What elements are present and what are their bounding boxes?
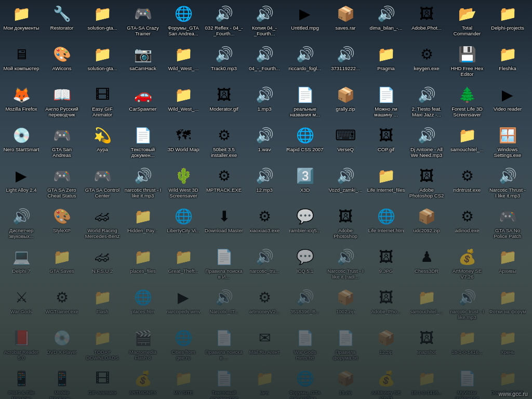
desktop-icon-14[interactable]: 🖥Мой компьютер <box>1 42 42 82</box>
icon-label: riccardo_fogl... <box>289 65 321 71</box>
desktop-icon-9[interactable]: 📦saves.rar <box>325 1 366 42</box>
folder-icon: 📁 <box>92 44 113 64</box>
desktop-icon-34[interactable]: 📄реальные названия м... <box>285 82 325 123</box>
folder-icon: 📁 <box>173 44 194 64</box>
icon-label: 1.mp3 <box>258 106 271 112</box>
icon-label: 04_-_Fourth... <box>249 65 280 71</box>
app-icon: 📷 <box>132 44 153 64</box>
icon-label: dima_bilan_-... <box>370 25 402 31</box>
icon-label: 2. Tiesto feat. Maxi Jazz -... <box>407 106 446 118</box>
desktop-icon-36[interactable]: 📄Можно ли машину ... <box>366 82 406 123</box>
icon-label: grally.zip <box>336 106 355 112</box>
desktop-icon-32[interactable]: 🖼Moderator.gif <box>204 82 244 123</box>
browser-icon: 🦊 <box>11 84 32 105</box>
icon-label: Restorator <box>50 25 73 31</box>
icon-label: saves.rar <box>335 25 355 31</box>
archive-icon: 📦 <box>335 84 356 105</box>
desktop-icon-52[interactable]: 🪟Windows Settings.exe <box>487 123 528 163</box>
icon-label: Untitled.mpg <box>291 25 318 31</box>
icon-label: Video reader <box>494 106 522 112</box>
desktop-icon-10[interactable]: 🔊dima_bilan_-... <box>366 1 406 42</box>
desktop-icon-6[interactable]: 🔊032 Reflex - 04_-_Fourth... <box>204 1 244 42</box>
desktop-icon-2[interactable]: 🔧Restorator <box>42 1 82 42</box>
audio-icon: 🔊 <box>416 125 437 145</box>
desktop-icon-19[interactable]: 🔊Track0.mp3 <box>204 42 244 82</box>
desktop-icon-33[interactable]: 🔊1.mp3 <box>244 82 285 123</box>
exe-icon: 🪟 <box>497 125 518 145</box>
desktop-icon-29[interactable]: 🎞Easy GIF Animator <box>82 82 123 123</box>
desktop-icon-43[interactable]: 📄Текстовый докумен... <box>123 123 163 163</box>
app-icon: 🚗 <box>132 84 153 105</box>
desktop-icon-12[interactable]: 📂Total Commander <box>447 1 487 42</box>
icon-label: GTA-SA Crazy Trainer <box>124 25 162 37</box>
folder-icon: 📁 <box>173 84 194 105</box>
icon-label: Wild_West_... <box>168 106 198 112</box>
desktop-icon-50[interactable]: 🔊Dj Antoine - All We Need.mp3 <box>406 123 447 163</box>
icon-label: keygen.exe <box>414 65 440 71</box>
icon-label: Forest Life 3D Screensaver <box>448 106 486 118</box>
desktop-icon-46[interactable]: 🔊1.wav <box>244 123 285 163</box>
doc-icon: 📄 <box>295 84 315 105</box>
doc-icon: 📄 <box>376 84 396 105</box>
browser-icon: 🌐 <box>173 3 194 24</box>
desktop-icon-23[interactable]: 📁Pragma <box>366 42 406 82</box>
desktop-icon-30[interactable]: 🚗CarSpawner <box>123 82 163 123</box>
desktop-icon-41[interactable]: 🎮GTA San Andreas <box>42 123 82 163</box>
desktop-icon-13[interactable]: 📁Delphi-projects <box>487 1 528 42</box>
app-icon: 🎨 <box>51 44 72 64</box>
desktop-icon-42[interactable]: 💫Аура <box>82 123 123 163</box>
app-icon: 💫 <box>92 125 113 145</box>
app-icon: 📖 <box>51 84 72 105</box>
desktop-icon-24[interactable]: ⚙keygen.exe <box>406 42 447 82</box>
desktop-icon-40[interactable]: 💿Nero StartSmart <box>1 123 42 163</box>
desktop-icon-39[interactable]: ▶Video reader <box>487 82 528 123</box>
icon-label: Аура <box>97 147 108 152</box>
desktop-icon-21[interactable]: 🔊riccardo_fogl... <box>285 42 325 82</box>
icon-label: 50beit 3.5 installer.exe <box>205 147 243 158</box>
desktop-icon-49[interactable]: 🖼COP.gif <box>366 123 406 163</box>
desktop-icon-8[interactable]: ▶Untitled.mpg <box>285 1 325 42</box>
desktop-icon-47[interactable]: 🌐Rapid CSS 2007 <box>285 123 325 163</box>
desktop-icon-38[interactable]: 🌲Forest Life 3D Screensaver <box>447 82 487 123</box>
icon-label: Dj Antoine - All We Need.mp3 <box>407 147 446 158</box>
desktop-icon-15[interactable]: 🎨AWicons <box>42 42 82 82</box>
desktop-icon-26[interactable]: 📁Fleshka <box>487 42 528 82</box>
icon-label: 373119222... <box>331 65 360 71</box>
desktop-icon-5[interactable]: 🌐Форумы_GTA San Andrea... <box>163 1 204 42</box>
app-icon: 🌲 <box>457 84 477 105</box>
desktop-icon-1[interactable]: 📁Мои документы <box>1 1 42 42</box>
desktop-icon-11[interactable]: 🖼Adobe.Phot... <box>406 1 447 42</box>
icon-label: saCamHack <box>129 65 156 71</box>
icon-label: Track0.mp3 <box>211 65 237 71</box>
desktop-icon-35[interactable]: 📦grally.zip <box>325 82 366 123</box>
icon-label: Easy GIF Animator <box>83 106 122 118</box>
desktop-icon-27[interactable]: 🦊Mozilla Firefox <box>1 82 42 123</box>
audio-icon: 🔊 <box>416 84 437 105</box>
system-icon: 🖥 <box>11 44 32 64</box>
desktop-icon-22[interactable]: 🔊373119222... <box>325 42 366 82</box>
desktop-icon-25[interactable]: 💾HHD Free Hex Editor <box>447 42 487 82</box>
mountain-overlay <box>0 159 532 399</box>
desktop-icon-51[interactable]: 📁samouchitel_... <box>447 123 487 163</box>
app-icon: 🎮 <box>51 125 72 145</box>
desktop-icon-3[interactable]: 📁solution-gta... <box>82 1 123 42</box>
folder-icon: 📁 <box>376 44 396 64</box>
icon-label: COP.gif <box>378 147 394 152</box>
desktop-icon-28[interactable]: 📖Англо Русский переводчик <box>42 82 82 123</box>
desktop-icon-4[interactable]: 🎮GTA-SA Crazy Trainer <box>123 1 163 42</box>
icon-label: 1.wav <box>258 147 271 152</box>
desktop-icon-20[interactable]: 🔊04_-_Fourth... <box>244 42 285 82</box>
app-icon: 🌐 <box>295 125 315 145</box>
desktop-icon-48[interactable]: ⌨VerseQ <box>325 123 366 163</box>
audio-icon: 🔊 <box>254 84 275 105</box>
exe-icon: ⚙ <box>214 125 234 145</box>
desktop-icon-16[interactable]: 📁solution-gta... <box>82 42 123 82</box>
desktop-icon-17[interactable]: 📷saCamHack <box>123 42 163 82</box>
desktop-icon-44[interactable]: 🗺3D World Map <box>163 123 204 163</box>
desktop-icon-18[interactable]: 📁Wild_West_... <box>163 42 204 82</box>
desktop-icon-45[interactable]: ⚙50beit 3.5 installer.exe <box>204 123 244 163</box>
desktop-icon-7[interactable]: 🔊Копия 04_-_Fourth... <box>244 1 285 42</box>
desktop-icon-37[interactable]: 🔊2. Tiesto feat. Maxi Jazz -... <box>406 82 447 123</box>
icon-label: Мой компьютер <box>3 65 39 71</box>
desktop-icon-31[interactable]: 📁Wild_West_... <box>163 82 204 123</box>
